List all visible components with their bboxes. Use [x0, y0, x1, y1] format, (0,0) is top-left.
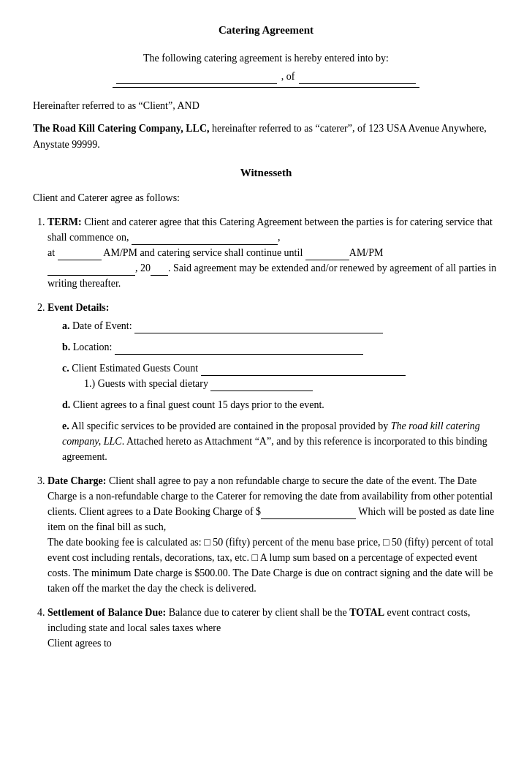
- term-continuation: at AM/PM and catering service shall cont…: [48, 247, 383, 258]
- sig-line-full: [113, 87, 419, 88]
- event-details-label: Event Details:: [48, 302, 109, 313]
- location-label: b.: [62, 342, 70, 352]
- services-label: e.: [62, 420, 69, 431]
- list-item-settlement: Settlement of Balance Due: Balance due t…: [48, 605, 499, 651]
- dietary-blank: [210, 391, 313, 391]
- document-container: Catering Agreement The following caterin…: [33, 22, 499, 651]
- company-block: The Road Kill Catering Company, LLC, her…: [33, 121, 499, 154]
- services-item: e. All specific services to be provided …: [62, 418, 499, 464]
- guests-label: c.: [62, 363, 69, 374]
- guests-text: Client Estimated Guests Count: [72, 363, 406, 374]
- until-blank: [305, 260, 349, 260]
- event-date-text: Date of Event:: [72, 320, 383, 331]
- total-text: TOTAL: [349, 607, 384, 618]
- agrees-line: Client and Caterer agree as follows:: [33, 190, 499, 205]
- sig-line-name: [116, 83, 277, 84]
- signature-row-1: , of: [33, 69, 499, 84]
- date-charge-text2: The date booking fee is calculated as: □…: [48, 537, 493, 594]
- event-date-blank: [134, 333, 383, 333]
- date-charge-text1: Client shall agree to pay a non refundab…: [48, 475, 494, 532]
- time-blank: [58, 260, 102, 260]
- guests-item: c. Client Estimated Guests Count 1.) Gue…: [62, 361, 499, 391]
- date-charge-label: Date Charge:: [48, 475, 106, 486]
- event-details-sub-list: a. Date of Event: b. Location: c. Client…: [48, 318, 499, 464]
- intro-text: The following catering agreement is here…: [33, 50, 499, 66]
- list-item-date-charge: Date Charge: Client shall agree to pay a…: [48, 473, 499, 596]
- booking-charge-blank: [261, 518, 356, 519]
- location-item: b. Location:: [62, 339, 499, 355]
- location-blank: [115, 354, 363, 355]
- final-count-label: d.: [62, 399, 70, 410]
- of-text: , of: [281, 69, 295, 84]
- term-text: Client and caterer agree that this Cater…: [48, 216, 493, 243]
- company-name: The Road Kill Catering Company, LLC,: [33, 123, 210, 134]
- main-list: TERM: Client and caterer agree that this…: [33, 214, 499, 651]
- guests-blank: [201, 375, 406, 376]
- commence-blank: [132, 244, 278, 245]
- dietary-text: 1.) Guests with special dietary: [84, 378, 313, 389]
- final-count-item: d. Client agrees to a final guest count …: [62, 397, 499, 412]
- list-item-event-details: Event Details: a. Date of Event: b. Loca…: [48, 300, 499, 464]
- witnesseth-title: Witnesseth: [33, 165, 499, 181]
- settlement-label: Settlement of Balance Due:: [48, 607, 166, 618]
- term-label: TERM:: [48, 216, 82, 227]
- year-blank: [151, 275, 168, 276]
- sig-line-of: [299, 83, 416, 84]
- event-date-label: a.: [62, 320, 70, 331]
- term-date-line: , 20. Said agreement may be extended and…: [48, 263, 496, 289]
- final-count-text: Client agrees to a final guest count 15 …: [73, 399, 324, 410]
- document-title: Catering Agreement: [33, 22, 499, 39]
- date-blank: [48, 275, 135, 276]
- location-text: Location:: [73, 342, 363, 352]
- client-agrees-text: Client agrees to: [48, 638, 112, 649]
- list-item-term: TERM: Client and caterer agree that this…: [48, 214, 499, 291]
- hereinafter-client: Hereinafter referred to as “Client”, AND: [33, 98, 499, 113]
- event-date-item: a. Date of Event:: [62, 318, 499, 333]
